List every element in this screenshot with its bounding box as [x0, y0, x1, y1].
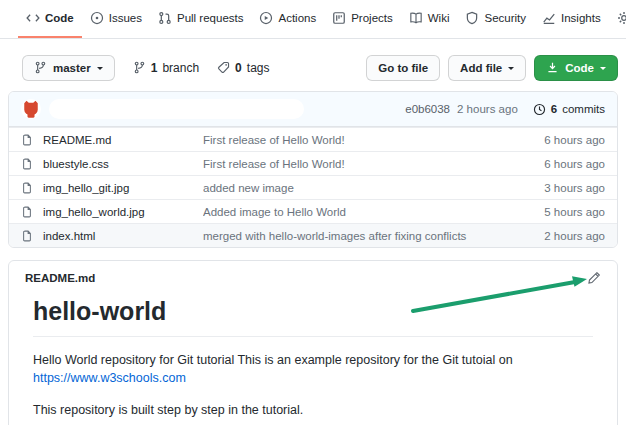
- graph-icon: [542, 11, 556, 25]
- commit-message-link[interactable]: merged with hello-world-images after fix…: [203, 230, 544, 242]
- tab-actions[interactable]: Actions: [251, 0, 324, 38]
- tab-issues[interactable]: Issues: [82, 0, 150, 38]
- branch-icon: [133, 61, 146, 74]
- file-commit-time[interactable]: 3 hours ago: [544, 182, 605, 194]
- file-icon: [21, 134, 33, 146]
- file-commit-time[interactable]: 2 hours ago: [544, 230, 605, 242]
- add-file-button[interactable]: Add file: [448, 55, 526, 81]
- issue-icon: [90, 11, 104, 25]
- tab-label: Issues: [109, 12, 142, 24]
- branch-count: 1: [151, 61, 158, 75]
- readme-content: hello-world Hello World repository for G…: [9, 297, 617, 425]
- tag-count: 0: [235, 61, 242, 75]
- commits-label: commits: [562, 103, 605, 115]
- tab-security[interactable]: Security: [457, 0, 534, 38]
- branch-count-label: branch: [162, 61, 199, 75]
- tab-projects[interactable]: Projects: [324, 0, 401, 38]
- file-commit-time[interactable]: 6 hours ago: [544, 134, 605, 146]
- tab-label: Pull requests: [177, 12, 243, 24]
- book-icon: [409, 11, 423, 25]
- chevron-down-icon: [508, 67, 514, 73]
- table-row[interactable]: img_hello_world.jpg Added image to Hello…: [9, 199, 617, 223]
- readme-card: README.md hello-world Hello World reposi…: [8, 260, 618, 425]
- tab-label: Code: [45, 12, 74, 24]
- table-row[interactable]: img_hello_git.jpg added new image 3 hour…: [9, 175, 617, 199]
- file-name-link[interactable]: img_hello_world.jpg: [43, 206, 203, 218]
- file-icon: [21, 206, 33, 218]
- file-name-link[interactable]: bluestyle.css: [43, 158, 203, 170]
- tag-icon: [217, 61, 230, 74]
- commit-message-link[interactable]: First release of Hello World!: [203, 134, 544, 146]
- w3schools-link[interactable]: https://www.w3schools.com: [33, 371, 186, 385]
- readme-paragraph: This repository is built step by step in…: [33, 401, 593, 419]
- redacted-commit-message: [49, 99, 304, 119]
- tab-label: Security: [484, 12, 526, 24]
- code-icon: [26, 11, 40, 25]
- tag-count-label: tags: [247, 61, 270, 75]
- file-name-link[interactable]: index.html: [43, 230, 203, 242]
- pull-request-icon: [158, 11, 172, 25]
- readme-title: hello-world: [33, 297, 593, 337]
- edit-readme-pencil-icon[interactable]: [587, 271, 601, 285]
- commit-message-link[interactable]: Added image to Hello World: [203, 206, 544, 218]
- chevron-down-icon: [97, 67, 103, 73]
- clock-icon: [533, 103, 546, 116]
- file-browser-card: e0b6038 2 hours ago 6 commits README.md …: [8, 91, 618, 248]
- tab-code[interactable]: Code: [18, 0, 82, 38]
- latest-commit-bar: e0b6038 2 hours ago 6 commits: [9, 92, 617, 127]
- commit-message-link[interactable]: First release of Hello World!: [203, 158, 544, 170]
- tab-insights[interactable]: Insights: [534, 0, 609, 38]
- play-icon: [259, 11, 273, 25]
- tab-settings[interactable]: Settings: [609, 0, 626, 38]
- table-row[interactable]: index.html merged with hello-world-image…: [9, 223, 617, 247]
- file-icon: [21, 182, 33, 194]
- commit-time: 2 hours ago: [457, 103, 518, 115]
- readme-filename: README.md: [25, 272, 95, 284]
- file-name-link[interactable]: README.md: [43, 134, 203, 146]
- file-name-link[interactable]: img_hello_git.jpg: [43, 182, 203, 194]
- tab-wiki[interactable]: Wiki: [401, 0, 458, 38]
- tab-label: Actions: [278, 12, 316, 24]
- project-board-icon: [332, 11, 346, 25]
- commit-history-link[interactable]: 6 commits: [533, 103, 605, 116]
- tab-label: Projects: [351, 12, 393, 24]
- file-commit-time[interactable]: 5 hours ago: [544, 206, 605, 218]
- branches-link[interactable]: 1 branch: [133, 61, 199, 75]
- table-row[interactable]: README.md First release of Hello World! …: [9, 127, 617, 151]
- tab-label: Wiki: [428, 12, 450, 24]
- code-download-button[interactable]: Code: [534, 55, 618, 81]
- commit-hash-link[interactable]: e0b6038: [405, 103, 450, 115]
- file-icon: [21, 230, 33, 242]
- tab-pull-requests[interactable]: Pull requests: [150, 0, 251, 38]
- tab-label: Insights: [561, 12, 601, 24]
- repo-toolbar: master 1 branch 0 tags Go to file: [8, 54, 618, 81]
- tags-link[interactable]: 0 tags: [217, 61, 269, 75]
- readme-paragraph: Hello World repository for Git tutorial …: [33, 351, 593, 387]
- chevron-down-icon: [600, 67, 606, 73]
- commit-message-link[interactable]: added new image: [203, 182, 544, 194]
- shield-icon: [465, 11, 479, 25]
- file-commit-time[interactable]: 6 hours ago: [544, 158, 605, 170]
- commits-count: 6: [551, 103, 557, 115]
- download-icon: [546, 61, 559, 74]
- go-to-file-button[interactable]: Go to file: [366, 55, 440, 81]
- avatar[interactable]: [21, 99, 41, 119]
- repo-nav: Code Issues Pull requests Actions Projec…: [0, 0, 626, 39]
- repo-content: master 1 branch 0 tags Go to file: [0, 54, 626, 425]
- file-icon: [21, 158, 33, 170]
- branch-icon: [34, 61, 47, 74]
- gear-icon: [617, 11, 626, 25]
- branch-name: master: [53, 62, 91, 74]
- branch-selector[interactable]: master: [22, 55, 115, 81]
- table-row[interactable]: bluestyle.css First release of Hello Wor…: [9, 151, 617, 175]
